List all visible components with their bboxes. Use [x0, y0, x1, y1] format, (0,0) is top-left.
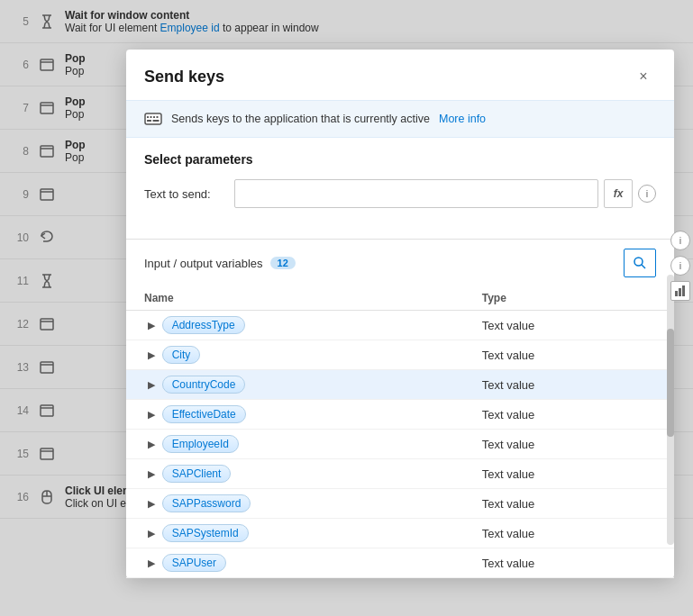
var-chip[interactable]: EffectiveDate	[162, 405, 246, 423]
expand-button[interactable]: ▶	[144, 349, 159, 361]
svg-rect-18	[145, 113, 161, 124]
svg-rect-23	[147, 120, 151, 122]
var-chip[interactable]: SAPPassword	[162, 494, 251, 512]
variables-section: Input / output variables 12 Name Type	[126, 239, 674, 578]
var-name-cell: ▶ City	[126, 340, 464, 370]
svg-rect-19	[147, 116, 149, 118]
text-to-send-label: Text to send:	[144, 187, 225, 201]
var-name-cell: ▶ CountryCode	[126, 370, 464, 400]
keyboard-icon	[144, 110, 162, 128]
col-name-header: Name	[126, 286, 464, 311]
var-chip[interactable]: SAPSystemId	[162, 524, 249, 542]
text-to-send-row: Text to send: fx i	[144, 179, 656, 208]
expand-button[interactable]: ▶	[144, 528, 159, 539]
var-name-cell: ▶ AddressType	[126, 311, 464, 340]
var-type-cell: Text value	[464, 430, 674, 459]
var-type-cell: Text value	[464, 519, 674, 548]
var-type-cell: Text value	[464, 400, 674, 430]
svg-rect-27	[675, 291, 678, 296]
expand-button[interactable]: ▶	[144, 439, 159, 450]
variables-table: Name Type ▶ AddressType Text value ▶ Cit…	[126, 286, 674, 578]
table-row[interactable]: ▶ CountryCode Text value	[126, 370, 674, 400]
var-type-cell: Text value	[464, 311, 674, 340]
side-info-button-1[interactable]: i	[670, 231, 690, 250]
side-info-button-2[interactable]: i	[670, 256, 690, 276]
side-chart-button[interactable]	[670, 281, 690, 301]
vars-label-wrap: Input / output variables 12	[144, 257, 296, 270]
var-type-cell: Text value	[464, 548, 674, 578]
expand-button[interactable]: ▶	[144, 320, 159, 331]
var-type-cell: Text value	[464, 459, 674, 489]
info-banner: Sends keys to the application that is cu…	[126, 100, 674, 138]
modal-body: Select parameters Text to send: fx i	[126, 138, 674, 235]
expand-button[interactable]: ▶	[144, 468, 159, 480]
modal-header: Send keys ×	[126, 50, 674, 100]
var-name-cell: ▶ SAPClient	[126, 459, 464, 489]
svg-rect-20	[150, 116, 152, 118]
text-to-send-input[interactable]	[234, 179, 598, 208]
vars-badge: 12	[270, 257, 296, 269]
svg-rect-22	[157, 116, 159, 118]
text-to-send-input-wrap: fx i	[234, 179, 656, 208]
svg-point-25	[634, 258, 643, 266]
expand-button[interactable]: ▶	[144, 498, 159, 510]
var-name-cell: ▶ EmployeeId	[126, 430, 464, 459]
modal-scrollbar-thumb[interactable]	[667, 329, 674, 437]
info-button[interactable]: i	[638, 185, 656, 203]
more-info-link[interactable]: More info	[439, 113, 486, 125]
var-chip[interactable]: EmployeeId	[162, 435, 239, 453]
var-chip[interactable]: AddressType	[162, 316, 245, 334]
section-title: Select parameters	[144, 152, 656, 167]
var-chip[interactable]: SAPUser	[162, 554, 226, 572]
svg-rect-24	[153, 120, 160, 122]
vars-search-button[interactable]	[624, 249, 656, 277]
modal-scrollbar[interactable]	[667, 275, 674, 545]
expand-button[interactable]: ▶	[144, 379, 159, 391]
table-row[interactable]: ▶ SAPClient Text value	[126, 459, 674, 489]
var-type-cell: Text value	[464, 489, 674, 519]
var-type-cell: Text value	[464, 370, 674, 400]
modal-title: Send keys	[144, 68, 224, 86]
table-row[interactable]: ▶ EffectiveDate Text value	[126, 400, 674, 430]
table-row[interactable]: ▶ AddressType Text value	[126, 311, 674, 340]
svg-rect-21	[153, 116, 155, 118]
expand-button[interactable]: ▶	[144, 409, 159, 421]
banner-text: Sends keys to the application that is cu…	[171, 113, 430, 125]
var-name-cell: ▶ EffectiveDate	[126, 400, 464, 430]
var-name-cell: ▶ SAPUser	[126, 548, 464, 578]
table-row[interactable]: ▶ SAPPassword Text value	[126, 489, 674, 519]
fx-button[interactable]: fx	[604, 179, 633, 208]
table-row[interactable]: ▶ EmployeeId Text value	[126, 430, 674, 459]
svg-rect-28	[679, 288, 681, 296]
var-chip[interactable]: SAPClient	[162, 465, 232, 483]
var-name-cell: ▶ SAPSystemId	[126, 519, 464, 548]
var-type-cell: Text value	[464, 340, 674, 370]
svg-line-26	[642, 265, 645, 268]
var-chip[interactable]: CountryCode	[162, 376, 246, 394]
variables-header: Input / output variables 12	[126, 240, 674, 286]
table-row[interactable]: ▶ SAPSystemId Text value	[126, 519, 674, 548]
col-type-header: Type	[464, 286, 674, 311]
table-row[interactable]: ▶ SAPUser Text value	[126, 548, 674, 578]
expand-button[interactable]: ▶	[144, 557, 159, 569]
svg-rect-29	[682, 285, 685, 296]
close-button[interactable]: ×	[631, 64, 656, 89]
vars-label: Input / output variables	[144, 257, 263, 270]
var-chip[interactable]: City	[162, 346, 201, 364]
table-row[interactable]: ▶ City Text value	[126, 340, 674, 370]
var-name-cell: ▶ SAPPassword	[126, 489, 464, 519]
send-keys-dialog: Send keys × Sends keys to the applicatio…	[126, 50, 674, 578]
right-info-panel: i i	[668, 225, 693, 306]
